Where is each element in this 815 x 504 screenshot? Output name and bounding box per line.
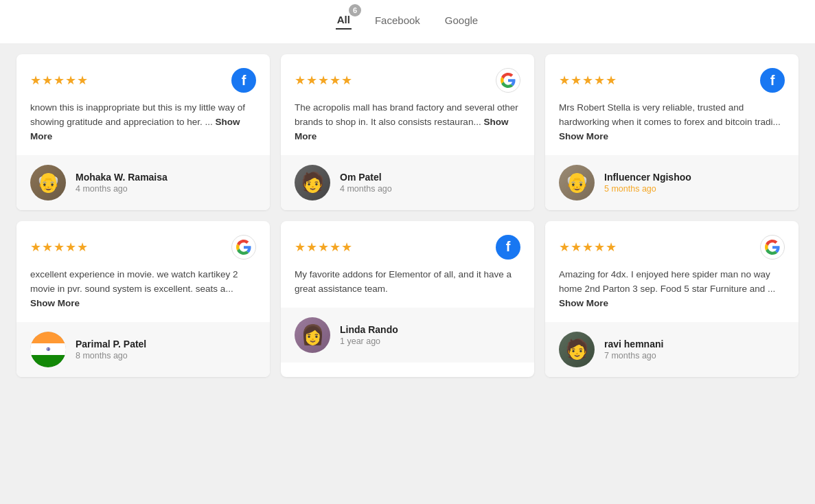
author-name: Parimal P. Patel — [76, 339, 146, 350]
show-more-link[interactable]: Show More — [30, 117, 240, 141]
review-body: ★★★★★ f My favorite addons for Elementor… — [281, 221, 534, 308]
avatar: 👴 — [559, 165, 595, 201]
star-rating: ★★★★★ — [295, 73, 353, 88]
star-rating: ★★★★★ — [295, 240, 353, 255]
author-name: Linda Rando — [340, 324, 398, 335]
review-card: ★★★★★ excellent experience in movie. we … — [16, 221, 270, 377]
tab-all-badge: 6 — [349, 4, 361, 16]
show-more-link[interactable]: Show More — [295, 117, 508, 141]
star-rating: ★★★★★ — [30, 73, 89, 88]
show-more-link[interactable]: Show More — [559, 131, 608, 141]
avatar: 👴 — [30, 165, 66, 201]
review-author: 👴 Mohaka W. Ramaisa 4 months ago — [16, 155, 270, 210]
author-time: 5 months ago — [604, 184, 691, 194]
tab-google[interactable]: Google — [444, 12, 479, 29]
review-card: ★★★★★ The acropolis mall has brand facto… — [281, 54, 534, 210]
author-time: 4 months ago — [340, 184, 392, 194]
review-text: excellent experience in movie. we watch … — [30, 268, 256, 311]
review-body: ★★★★★ f Mrs Robert Stella is very reliab… — [545, 54, 799, 155]
author-time: 1 year ago — [340, 336, 398, 346]
author-info: Linda Rando 1 year ago — [340, 324, 398, 346]
review-header: ★★★★★ — [295, 68, 520, 93]
review-body: ★★★★★ The acropolis mall has brand facto… — [281, 54, 534, 155]
facebook-icon: f — [496, 235, 520, 260]
review-body: ★★★★★ excellent experience in movie. we … — [16, 221, 270, 322]
author-info: Om Patel 4 months ago — [340, 172, 392, 194]
review-author: 👩 Linda Rando 1 year ago — [281, 308, 534, 363]
avatar: 🧑 — [559, 332, 595, 367]
review-header: ★★★★★ — [30, 235, 256, 260]
tab-all-label: All — [337, 14, 350, 25]
review-card: ★★★★★ f Mrs Robert Stella is very reliab… — [545, 54, 799, 210]
facebook-icon: f — [231, 68, 256, 93]
star-rating: ★★★★★ — [559, 73, 617, 88]
facebook-icon: f — [760, 68, 785, 93]
author-time: 8 months ago — [76, 351, 146, 360]
google-icon — [231, 235, 256, 260]
show-more-link[interactable]: Show More — [30, 298, 80, 308]
author-name: Mohaka W. Ramaisa — [76, 172, 168, 183]
review-card: ★★★★★ f My favorite addons for Elementor… — [281, 221, 534, 377]
author-name: Om Patel — [340, 172, 392, 183]
tabs-bar: All 6 Facebook Google — [0, 0, 815, 43]
google-icon — [760, 235, 785, 260]
review-body: ★★★★★ f known this is inappropriate but … — [16, 54, 270, 155]
show-more-link[interactable]: Show More — [559, 298, 608, 308]
tab-all[interactable]: All 6 — [336, 11, 352, 30]
avatar: 👩 — [295, 317, 330, 353]
reviews-grid: ★★★★★ f known this is inappropriate but … — [0, 43, 815, 393]
review-header: ★★★★★ f — [295, 235, 520, 260]
author-info: Influencer Ngishoo 5 months ago — [604, 172, 691, 194]
review-text: Amazing for 4dx. I enjoyed here spider m… — [559, 268, 785, 311]
review-text: Mrs Robert Stella is very reliable, trus… — [559, 101, 785, 144]
review-text: My favorite addons for Elementor of all,… — [295, 268, 520, 297]
review-author: 🧑 ravi hemnani 7 months ago — [545, 322, 799, 377]
review-author: 👴 Influencer Ngishoo 5 months ago — [545, 155, 799, 210]
star-rating: ★★★★★ — [30, 240, 89, 255]
tab-facebook-label: Facebook — [375, 14, 420, 26]
google-icon — [496, 68, 520, 93]
review-author: ⊕ Parimal P. Patel 8 months ago — [16, 322, 270, 377]
author-time: 7 months ago — [604, 351, 663, 360]
avatar: 🧑 — [295, 165, 330, 201]
review-header: ★★★★★ — [559, 235, 785, 260]
author-time: 4 months ago — [76, 184, 168, 194]
tab-facebook[interactable]: Facebook — [374, 12, 422, 29]
review-text: The acropolis mall has brand factory and… — [295, 101, 520, 144]
author-info: Parimal P. Patel 8 months ago — [76, 339, 146, 360]
review-author: 🧑 Om Patel 4 months ago — [281, 155, 534, 210]
review-header: ★★★★★ f — [30, 68, 256, 93]
review-card: ★★★★★ f known this is inappropriate but … — [16, 54, 270, 210]
review-body: ★★★★★ Amazing for 4dx. I enjoyed here sp… — [545, 221, 799, 322]
author-info: Mohaka W. Ramaisa 4 months ago — [76, 172, 168, 194]
review-header: ★★★★★ f — [559, 68, 785, 93]
review-card: ★★★★★ Amazing for 4dx. I enjoyed here sp… — [545, 221, 799, 377]
star-rating: ★★★★★ — [559, 240, 617, 255]
author-info: ravi hemnani 7 months ago — [604, 339, 663, 360]
author-name: Influencer Ngishoo — [604, 172, 691, 183]
review-text: known this is inappropriate but this is … — [30, 101, 256, 144]
avatar: ⊕ — [30, 332, 66, 367]
tab-google-label: Google — [445, 14, 478, 26]
author-name: ravi hemnani — [604, 339, 663, 350]
